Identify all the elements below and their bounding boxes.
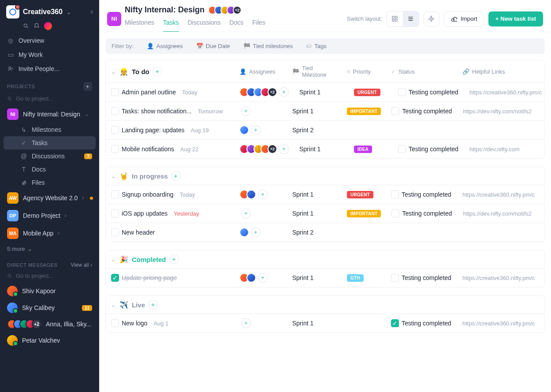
add-assignee-button[interactable]: + [279, 144, 289, 154]
subnav-tasks[interactable]: ✓Tasks [4, 136, 96, 149]
table-row[interactable]: Tasks: show notification...Tomorrow + Sp… [106, 102, 544, 121]
subnav-milestones[interactable]: ↳Milestones [0, 123, 99, 136]
workspace-switcher[interactable]: Creative360 ⌄ [6, 5, 93, 19]
task-title: Tasks: show notification... [122, 108, 192, 115]
sidebar-collapse-icon[interactable] [89, 9, 96, 15]
dm-item[interactable]: +2Anna, Illia, Sky... [0, 316, 99, 332]
status-checkbox[interactable]: ✓ [391, 319, 399, 327]
table-row[interactable]: ✓Update pricing page + Sprint 1 GTH Test… [106, 269, 544, 287]
task-checkbox[interactable]: ✓ [111, 274, 119, 282]
nav-invite[interactable]: Invite People... [0, 62, 99, 76]
section-title: Completed [132, 256, 166, 263]
add-assignee-button[interactable]: + [251, 125, 261, 135]
bolt-button[interactable] [424, 11, 439, 26]
tab-discussions[interactable]: Discussions [188, 16, 221, 32]
chevron-down-icon[interactable]: ⌄ [111, 68, 116, 75]
table-row[interactable]: Signup onboardingToday + Sprint 1 URGENT… [106, 185, 544, 204]
status-dot [90, 197, 93, 200]
status-checkbox[interactable] [391, 107, 399, 115]
project-active[interactable]: NI Nifty Internal: Design ⌄ [0, 105, 99, 123]
view-all-link[interactable]: View all › [71, 262, 92, 268]
project-item[interactable]: MAMobile App› [0, 224, 99, 242]
status-checkbox[interactable] [398, 88, 406, 96]
task-checkbox[interactable] [111, 228, 119, 236]
user-avatar-icon[interactable] [44, 22, 52, 30]
helpful-link[interactable]: https://creative360.nifty.pm/c [469, 89, 542, 96]
task-checkbox[interactable] [111, 126, 119, 134]
helpful-link[interactable]: https://creative360.nifty.pm/c [462, 320, 535, 327]
helpful-link[interactable]: https://creative360.nifty.pm/c [462, 191, 535, 198]
table-row[interactable]: Mobile notificationsAug 22 +2+ Sprint 1 … [106, 140, 544, 158]
add-task-button[interactable]: + [149, 300, 157, 309]
dm-name: Petar Valchev [22, 337, 60, 344]
project-item[interactable]: AWAgency Website 2.0› [0, 189, 99, 207]
task-checkbox[interactable] [111, 209, 119, 217]
dm-search[interactable]: Go to project... [0, 271, 99, 283]
add-assignee-button[interactable]: + [241, 106, 251, 116]
status-checkbox[interactable] [391, 274, 399, 282]
subnav-files[interactable]: Files [0, 176, 99, 189]
subnav-discussions[interactable]: @Discussions3 [0, 149, 99, 163]
tab-files[interactable]: Files [252, 16, 265, 32]
subnav-docs[interactable]: TDocs [0, 163, 99, 176]
status-checkbox[interactable] [391, 209, 399, 217]
dm-item[interactable]: Petar Valchev [0, 332, 99, 349]
task-checkbox[interactable] [111, 319, 119, 327]
add-assignee-button[interactable]: + [241, 209, 251, 218]
add-assignee-button[interactable]: + [279, 87, 289, 97]
nav-mywork[interactable]: ▭My Work [0, 48, 99, 62]
helpful-link[interactable]: https://dev.nifty.com [469, 146, 520, 153]
helpful-link[interactable]: https://creative360.nifty.pm/c [462, 275, 535, 281]
new-task-list-button[interactable]: + New task list [488, 11, 543, 26]
filter-due-date[interactable]: 📅Due Date [196, 43, 230, 49]
notifications-icon[interactable] [34, 23, 40, 29]
chevron-down-icon[interactable]: ⌄ [111, 302, 116, 308]
helpful-link[interactable]: https://dev.nifty.com/notifs2 [463, 108, 532, 115]
import-button[interactable]: Import [444, 11, 484, 26]
task-checkbox[interactable] [111, 107, 119, 115]
task-checkbox[interactable] [111, 190, 119, 198]
helpful-link[interactable]: https://dev.nifty.com/notifs2 [463, 210, 532, 217]
chevron-down-icon[interactable]: ⌄ [111, 256, 116, 263]
chevron-down-icon[interactable]: ⌄ [111, 173, 116, 179]
add-task-button[interactable]: + [153, 67, 162, 76]
switch-layout-label: Switch layout: [347, 15, 382, 22]
add-task-button[interactable]: + [171, 172, 180, 180]
nav-overview[interactable]: ◎Overview [0, 34, 99, 48]
table-row[interactable]: New header + Sprint 2 [106, 223, 544, 242]
add-task-button[interactable]: + [170, 255, 179, 264]
tab-milestones[interactable]: Milestones [125, 16, 154, 32]
section-title: In progress [132, 172, 168, 180]
status-checkbox[interactable] [398, 145, 406, 153]
layout-list-button[interactable] [403, 11, 419, 26]
member-avatars[interactable]: +2 [208, 6, 242, 15]
add-assignee-button[interactable]: + [251, 228, 261, 237]
status-checkbox[interactable] [391, 190, 399, 198]
dm-item[interactable]: Shiv Kapoor [0, 283, 99, 299]
project-item[interactable]: DPDemo Project› [0, 207, 99, 224]
add-assignee-button[interactable]: + [241, 318, 251, 328]
invite-icon [7, 65, 14, 72]
add-assignee-button[interactable]: + [258, 190, 268, 199]
filter-tags[interactable]: 🏷Tags [306, 43, 326, 49]
add-assignee-button[interactable]: + [258, 273, 268, 283]
svg-line-8 [11, 99, 12, 101]
table-row[interactable]: Landing page: updatesAug 19 + Sprint 2 [106, 121, 544, 140]
priority-badge: GTH [347, 274, 364, 282]
table-row[interactable]: iOS app updatesYesterday + Sprint 1 IMPO… [106, 204, 544, 223]
filter-milestones[interactable]: 🏁Tied milestones [243, 43, 293, 49]
filter-assignees[interactable]: 👤Assignees [147, 43, 183, 49]
task-checkbox[interactable] [111, 88, 119, 96]
tab-tasks[interactable]: Tasks [163, 16, 179, 32]
tab-docs[interactable]: Docs [229, 16, 243, 32]
add-project-button[interactable]: + [83, 82, 92, 91]
project-search[interactable]: Go to project... [0, 93, 99, 105]
search-icon[interactable] [23, 23, 29, 29]
dm-item[interactable]: Sky Calibey11 [0, 299, 99, 316]
table-row[interactable]: New logoAug 1 + Sprint 1 ✓Testing comple… [106, 314, 544, 332]
task-checkbox[interactable] [111, 145, 119, 153]
layout-board-button[interactable] [387, 11, 403, 26]
table-row[interactable]: Admin panel outlineToday +2+ Sprint 1 UR… [106, 83, 544, 102]
more-projects[interactable]: 5 more⌄ [0, 242, 99, 256]
task-title: Mobile notifications [122, 146, 174, 153]
